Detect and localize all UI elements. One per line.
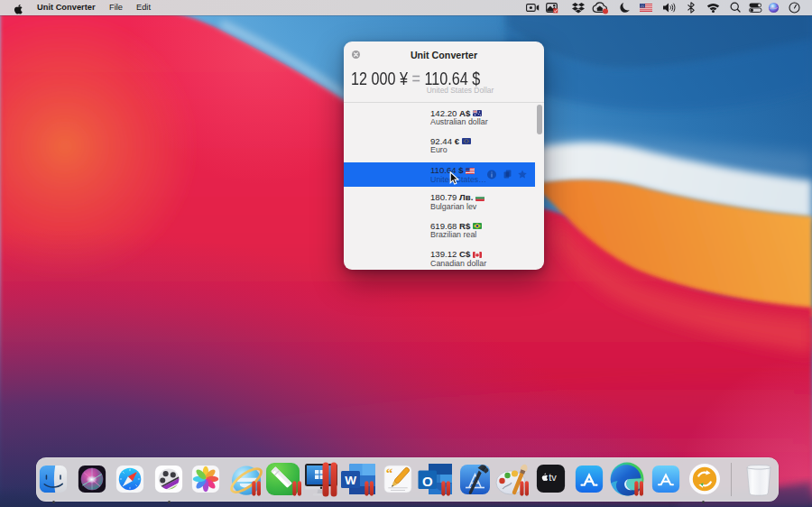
svg-text:W: W: [345, 474, 356, 487]
svg-text:O: O: [422, 474, 433, 489]
svg-text:“: “: [386, 466, 393, 480]
svg-text:tv: tv: [549, 472, 557, 483]
